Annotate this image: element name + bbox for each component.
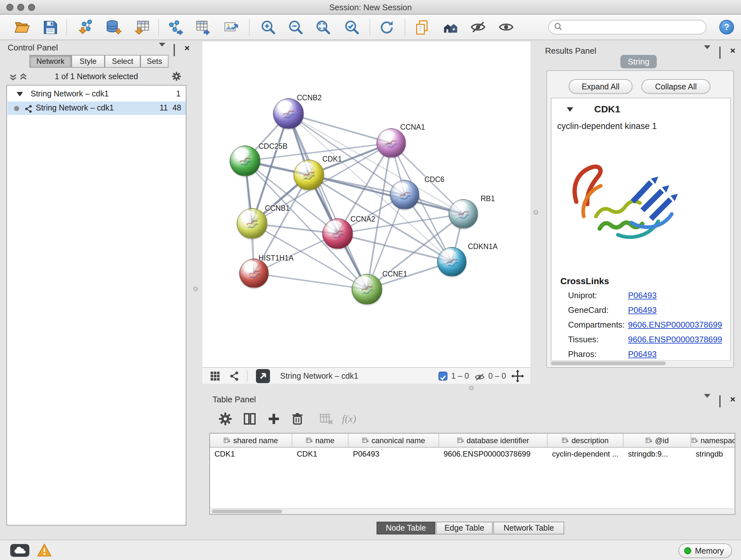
expand-all-tree-icon[interactable] [9,72,17,84]
column-header[interactable]: @id [623,434,691,447]
function-builder-button[interactable]: f(x) [338,410,360,428]
network-node-ccna1[interactable] [377,128,406,158]
panel-menu-icon[interactable] [704,398,711,409]
column-sort-icon [457,437,464,444]
column-header[interactable]: description [548,434,623,447]
save-session-button[interactable] [41,18,60,37]
collection-expand-icon[interactable] [17,92,23,97]
panel-float-icon[interactable] [719,396,721,408]
network-node-ccnb1[interactable] [237,208,267,239]
network-collection-row[interactable]: String Network – cdk1 1 [8,87,186,101]
crosslink-tissues-link[interactable]: 9606.ENSP00000378699 [628,334,722,344]
application-window: Session: New Session ? Control P [0,0,741,560]
export-table-button[interactable] [193,18,212,37]
memory-button[interactable]: Memory [678,543,732,558]
control-panel: Control Panel × Network Style Select Set… [4,42,189,533]
export-image-button[interactable] [221,18,241,37]
tab-select[interactable]: Select [105,55,140,68]
zoom-fit-button[interactable] [313,18,333,37]
panel-menu-icon[interactable] [704,49,711,61]
network-node-cdc6[interactable] [390,180,419,209]
share-view-icon[interactable] [229,371,239,384]
delete-column-button[interactable] [288,410,307,428]
copy-document-button[interactable] [412,18,431,37]
network-node-ccne1[interactable] [352,274,382,305]
expand-all-button[interactable]: Expand All [569,79,632,94]
panel-close-icon[interactable]: × [185,45,190,51]
network-node-hist1h1a[interactable] [239,259,269,288]
column-header[interactable]: database identifier [439,434,548,447]
crosslink-uniprot-link[interactable]: P06493 [628,291,657,300]
column-header[interactable]: name [292,434,348,447]
column-header[interactable]: canonical name [348,434,439,447]
grid-view-icon[interactable] [210,371,220,384]
table-horizontal-scrollbar[interactable] [211,508,734,513]
protein-thumbnail-icon [381,135,401,152]
gene-collapse-icon[interactable] [567,107,573,112]
tab-style[interactable]: Style [71,55,105,68]
right-splitter-handle[interactable] [534,210,538,214]
left-splitter-handle[interactable] [193,287,198,291]
network-node-rb1[interactable] [449,199,478,229]
bottom-splitter-handle[interactable] [469,386,474,390]
show-labels-button[interactable] [496,18,516,37]
tab-edge-table[interactable]: Edge Table [436,522,493,535]
protein-thumbnail-icon [242,215,262,233]
network-edge[interactable] [288,114,367,289]
network-options-gear-icon[interactable] [171,71,182,84]
search-input[interactable] [565,23,701,32]
network-node-ccnb2[interactable] [273,98,304,129]
tab-string[interactable]: String [620,55,657,68]
open-in-new-window-button[interactable] [256,369,270,383]
show-columns-button[interactable] [241,410,259,428]
network-node-cdkn1a[interactable] [437,247,467,276]
add-column-button[interactable] [265,410,283,428]
tab-node-table[interactable]: Node Table [377,522,435,535]
string-network-icon [24,104,32,118]
panel-close-icon[interactable]: × [730,396,735,402]
network-edge[interactable] [288,114,391,143]
tab-sets[interactable]: Sets [140,55,169,68]
import-network-file-button[interactable] [77,18,96,37]
hide-labels-button[interactable] [468,18,488,37]
network-edge[interactable] [254,273,367,289]
eye-icon [498,28,515,38]
panel-float-icon[interactable] [174,45,175,56]
results-horizontal-scrollbar[interactable] [549,360,731,365]
table-settings-button[interactable] [216,410,234,428]
network-node-cdk1[interactable] [293,160,324,190]
crosslink-compartments-link[interactable]: 9606.ENSP00000378699 [628,320,722,329]
panel-float-icon[interactable] [719,47,721,59]
help-button[interactable]: ? [719,20,734,35]
delete-table-button[interactable] [317,410,335,428]
collapse-all-tree-icon[interactable] [19,72,27,84]
warning-icon-button[interactable] [37,543,52,559]
refresh-button[interactable] [377,18,396,37]
column-header[interactable]: namespac [691,434,735,447]
tab-network-table[interactable]: Network Table [493,522,564,535]
zoom-out-button[interactable] [286,18,305,37]
cloud-status-button[interactable] [10,544,29,559]
selected-checkbox-icon[interactable] [439,372,448,381]
zoom-in-button[interactable] [259,18,278,37]
network-canvas[interactable]: CCNB2CCNA1CDC25BCDK1CDC6RB1CCNB1CCNA2CDK… [202,42,530,367]
open-session-button[interactable] [13,18,32,37]
crosslink-genecard-link[interactable]: P06493 [628,305,657,315]
table-row[interactable]: CDK1 CDK1 P06493 9606.ENSP00000378699 cy… [210,448,735,460]
network-node-cdc25b[interactable] [230,145,260,176]
panel-close-icon[interactable]: × [730,47,735,54]
zoom-in-icon [260,28,276,38]
zoom-selected-button[interactable] [342,18,361,37]
tab-network[interactable]: Network [29,55,71,68]
crosslink-label: GeneCard: [568,305,609,315]
column-header[interactable]: shared name [210,434,292,447]
collapse-all-button[interactable]: Collapse All [642,79,711,94]
import-table-button[interactable] [133,18,152,37]
network-row-selected[interactable]: String Network – cdk1 11 48 [8,102,186,115]
network-node-ccna2[interactable] [322,219,353,249]
export-network-button[interactable] [166,18,185,37]
import-network-database-button[interactable] [104,18,123,37]
string-home-button[interactable] [441,18,460,37]
fit-content-move-icon[interactable] [511,370,524,385]
crosslink-pharos-link[interactable]: P06493 [628,349,657,359]
